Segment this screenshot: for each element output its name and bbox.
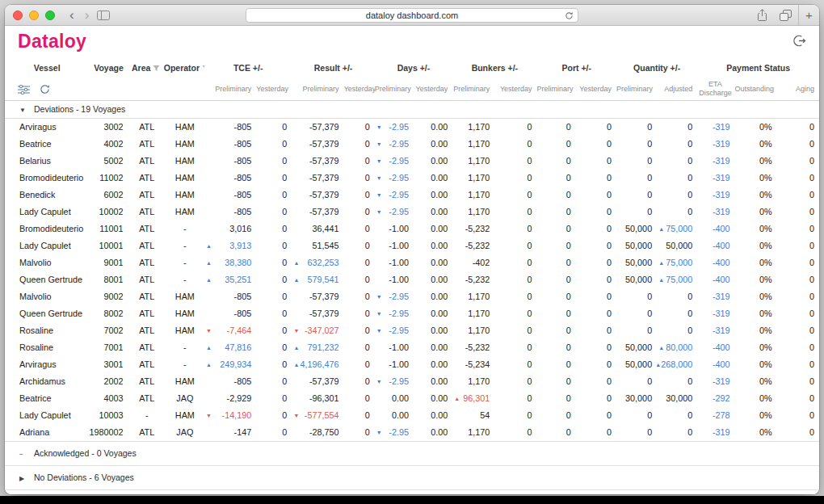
value-cell: 0 (494, 339, 536, 356)
subcolumn-header[interactable]: Preliminary (452, 79, 494, 100)
cell-value: 0 (282, 275, 287, 284)
cell-value: 0 (647, 410, 652, 420)
table-row[interactable]: Queen Gertrude8002ATLHAM-8050-57,3790▼-2… (5, 305, 819, 322)
column-header-bunkers[interactable]: Bunkers +/- (452, 57, 536, 79)
cell-value: 0 (365, 173, 370, 183)
section-collapsed-icon[interactable]: ▶ (19, 475, 27, 482)
vessel-cell: Bromodideuterio (5, 220, 89, 237)
cell-value: -400 (713, 241, 730, 250)
address-bar[interactable]: dataloy dashboard.com (246, 8, 578, 23)
value-cell: 0% (735, 339, 777, 356)
subcolumn-header[interactable]: Outstanding (735, 79, 777, 100)
value-cell: 0 (616, 118, 657, 136)
subcolumn-header[interactable] (128, 79, 164, 100)
cell-value: 5002 (104, 156, 124, 166)
table-row[interactable]: Archidamus2002ATLHAM-8050-57,3790▼-2.950… (5, 373, 819, 390)
table-row[interactable]: Arviragus3001ATL-▲249,9340▲4,196,4760-1.… (5, 356, 819, 373)
value-cell: 0.00 (414, 322, 452, 339)
table-row[interactable]: Bromodideuterio11001ATL-3,016036,4410-1.… (5, 220, 819, 237)
table-row[interactable]: Belarius5002ATLHAM-8050-57,3790▼-2.950.0… (5, 153, 819, 170)
logout-icon[interactable] (792, 34, 806, 48)
cell-value: 54 (480, 410, 490, 420)
trend-down-icon: ▼ (376, 141, 382, 147)
column-header-voyage[interactable]: Voyage (89, 57, 128, 79)
filter-funnel-icon[interactable] (153, 64, 160, 74)
subcolumn-header[interactable] (89, 79, 128, 100)
minimize-button[interactable] (29, 10, 39, 20)
close-button[interactable] (13, 10, 23, 20)
table-row[interactable]: Malvolio9001ATL-▲38,3800▲632,2530-1.000.… (5, 254, 819, 271)
subcolumn-header[interactable]: Preliminary (375, 79, 414, 100)
table-row[interactable]: Benedick6002ATLHAM-8050-57,3790▼-2.950.0… (5, 187, 819, 204)
subcolumn-header[interactable]: Yesterday (576, 79, 616, 100)
subcolumn-header[interactable]: Preliminary (204, 79, 256, 100)
zoom-button[interactable] (45, 10, 55, 20)
cell-value: -319 (713, 427, 730, 437)
table-row[interactable]: Adriana1980002ATLJAQ-1470-28,7500▼-2.950… (5, 424, 819, 442)
area-cell: ATL (128, 356, 164, 373)
section-row[interactable]: ▶No Deviations - 6 Voyages (5, 465, 819, 489)
reload-icon[interactable] (565, 11, 574, 20)
trend-down-icon: ▼ (376, 209, 382, 215)
value-cell: 1,170 (452, 118, 494, 136)
cell-value: 0 (607, 410, 612, 420)
filter-settings-icon[interactable] (18, 85, 30, 94)
column-header-days[interactable]: Days +/- (375, 57, 452, 79)
column-header-port[interactable]: Port +/- (537, 57, 616, 79)
share-icon[interactable] (756, 9, 768, 22)
column-header-payment-status[interactable]: Payment Status (697, 57, 819, 79)
subcolumn-header[interactable]: Yesterday (256, 79, 292, 100)
value-cell: 0 (537, 288, 576, 305)
section-dash-icon[interactable]: − (19, 451, 27, 458)
table-row[interactable]: Bromodideuterio11002ATLHAM-8050-57,3790▼… (5, 170, 819, 187)
cell-value: 0 (282, 410, 287, 420)
forward-button[interactable]: › (82, 8, 92, 22)
section-expanded-icon[interactable]: ▼ (19, 107, 27, 114)
sidebar-toggle-button[interactable] (97, 10, 110, 20)
cell-value: 3002 (104, 122, 124, 132)
value-cell: 0.00 (414, 271, 452, 288)
area-cell: ATL (128, 373, 164, 390)
vessel-cell: Rosaline (5, 322, 89, 339)
column-header-tce[interactable]: TCE +/- (204, 57, 292, 79)
back-button[interactable]: ‹ (67, 8, 77, 22)
table-row[interactable]: Malvolio9002ATLHAM-8050-57,3790▼-2.950.0… (5, 288, 819, 305)
table-row[interactable]: Lady Capulet10001ATL-▲3,913051,5450-1.00… (5, 237, 819, 254)
value-cell: ▲38,380 (204, 254, 256, 271)
table-row[interactable]: Rosaline7001ATL-▲47,8160▲791,2320-1.000.… (5, 339, 819, 356)
table-row[interactable]: Queen Gertrude8001ATL-▲35,2510▲579,5410-… (5, 271, 819, 288)
subcolumn-header[interactable]: ETA Discharge (697, 79, 734, 100)
tab-overview-icon[interactable] (780, 10, 792, 21)
subcolumn-header[interactable]: Yesterday (414, 79, 452, 100)
subcolumn-header[interactable]: Aging (777, 79, 819, 100)
column-header-operator[interactable]: Operator (164, 57, 204, 79)
refresh-icon[interactable] (40, 84, 50, 94)
new-tab-button[interactable]: + (798, 5, 819, 25)
subcolumn-header[interactable]: Preliminary (616, 79, 657, 100)
cell-value: 0 (607, 156, 612, 166)
column-header-quantity[interactable]: Quantity +/- (616, 57, 697, 79)
subcolumn-header[interactable] (164, 79, 204, 100)
subcolumn-header[interactable]: Yesterday (494, 79, 536, 100)
subcolumn-header[interactable]: Preliminary (292, 79, 343, 100)
subcolumn-header[interactable]: Yesterday (344, 79, 375, 100)
table-row[interactable]: Lady Capulet10002ATLHAM-8050-57,3790▼-2.… (5, 204, 819, 220)
section-row[interactable]: ▼Deviations - 19 Voyages (5, 100, 819, 118)
table-row[interactable]: Rosaline7002ATLHAM▼-7,4640▼-347,0270▼-2.… (5, 322, 819, 339)
table-row[interactable]: Arviragus3002ATLHAM-8050-57,3790▼-2.950.… (5, 118, 819, 136)
section-row[interactable]: −Acknowledged - 0 Voyages (5, 441, 819, 465)
column-header-result[interactable]: Result +/- (292, 57, 374, 79)
table-row[interactable]: Beatrice4003ATLJAQ-2,9290-96,30100.000.0… (5, 390, 819, 407)
subcolumn-header[interactable]: Adjusted (657, 79, 697, 100)
column-header-area[interactable]: Area (128, 57, 164, 79)
cell-value: 268,000 (661, 359, 692, 369)
cell-value: 0.00 (392, 410, 409, 420)
table-row[interactable]: Lady Capulet10003-HAM▼-14,1900▼-577,5540… (5, 407, 819, 424)
filter-funnel-icon[interactable] (202, 64, 204, 74)
column-header-vessel[interactable]: Vessel (5, 57, 89, 79)
subcolumn-header[interactable]: Preliminary (537, 79, 576, 100)
cell-value: 0 (687, 190, 692, 200)
table-row[interactable]: Beatrice4002ATLHAM-8050-57,3790▼-2.950.0… (5, 136, 819, 153)
cell-value: 1,170 (468, 173, 490, 183)
value-cell: -5,232 (452, 271, 494, 288)
